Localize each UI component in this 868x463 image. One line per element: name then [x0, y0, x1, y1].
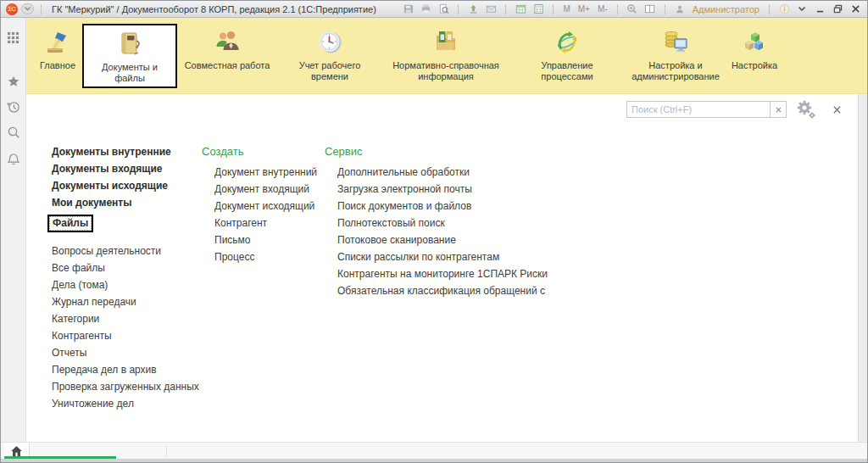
menu-close-button[interactable] — [832, 105, 842, 114]
service-zagruzka-pochty[interactable]: Загрузка электронной почты — [337, 184, 548, 195]
title-bar: 1С ГК "Меркурий" / Документооборот 8 КОР… — [1, 1, 867, 18]
nav-dokumenty-iskhodyashchie[interactable]: Документы исходящие — [52, 181, 199, 192]
global-search-button[interactable] — [6, 125, 21, 140]
navigation-column: Документы внутренние Документы входящие … — [52, 147, 199, 416]
focus-frame: Файлы — [47, 215, 93, 232]
secondary-nav-list: Вопросы деятельности Все файлы Дела (том… — [52, 246, 199, 410]
bell-icon — [7, 153, 20, 166]
nav-vse-faily[interactable]: Все файлы — [52, 263, 199, 274]
tab-upravlenie-processami[interactable]: Управление процессами — [509, 18, 625, 93]
create-dokument-iskhodyashchiy[interactable]: Документ исходящий — [214, 201, 317, 212]
mail-icon — [486, 3, 497, 14]
nav-dokumenty-vkhodyashchie[interactable]: Документы входящие — [52, 164, 199, 175]
tab-sovmestnaya-rabota[interactable]: Совместная работа — [177, 18, 277, 93]
calculator-button[interactable] — [531, 3, 545, 15]
divider — [769, 4, 770, 14]
minimize-button[interactable] — [813, 3, 826, 15]
restore-icon — [833, 4, 843, 14]
search-input[interactable] — [626, 101, 771, 118]
more-menu-button[interactable] — [795, 3, 809, 15]
tab-label: Управление процессами — [515, 60, 620, 82]
split-window-button[interactable] — [643, 3, 657, 15]
tab-label: Главное — [40, 60, 75, 71]
tab-nastroyka-i-administrirovanie[interactable]: Настройка и администрирование — [625, 18, 726, 93]
sections-menu-button[interactable] — [6, 30, 21, 45]
divider — [665, 4, 665, 14]
info-button[interactable] — [777, 3, 791, 15]
mail-button[interactable] — [484, 3, 498, 15]
save-button[interactable] — [401, 3, 415, 15]
service-obyazatelnaya-klassifikaciya[interactable]: Обязательная классификация обращений с — [337, 286, 548, 297]
service-poisk-dokumentov[interactable]: Поиск документов и файлов — [337, 201, 548, 212]
tab-dokumenty-i-faily[interactable]: Документы и файлы — [82, 24, 177, 88]
caret-down-icon — [25, 7, 31, 11]
menu-settings-button[interactable] — [796, 99, 816, 120]
people-icon — [213, 25, 242, 57]
tab-label: Совместная работа — [185, 60, 270, 71]
current-user-label[interactable]: Администратор — [693, 4, 760, 14]
app-window: 1С ГК "Меркурий" / Документооборот 8 КОР… — [0, 0, 868, 463]
memory-m-plus-button[interactable]: M+ — [576, 4, 592, 14]
info-icon — [779, 3, 790, 14]
nav-proverka-zagruzhennykh-dannykh[interactable]: Проверка загруженных данных — [52, 382, 199, 393]
search-icon — [7, 126, 20, 139]
tab-label: Учет рабочего времени — [282, 60, 377, 82]
home-icon — [10, 445, 23, 457]
service-polnotekstovyi-poisk[interactable]: Полнотекстовый поиск — [337, 218, 548, 229]
tab-label: Нормативно-справочная информация — [387, 60, 504, 82]
create-dokument-vkhodyashchiy[interactable]: Документ входящий — [214, 184, 317, 195]
window-title: ГК "Меркурий" / Документооборот 8 КОРП, … — [52, 4, 376, 14]
service-header[interactable]: Сервис — [325, 145, 548, 158]
divider — [505, 4, 506, 14]
nav-otchety[interactable]: Отчеты — [52, 348, 199, 359]
section-ribbon: Главное Документы и файлы Совместная раб… — [26, 18, 867, 94]
search-clear-button[interactable] — [771, 101, 787, 118]
memory-m-button[interactable]: M — [561, 4, 571, 14]
nav-zhurnal-peredachi[interactable]: Журнал передачи — [52, 297, 199, 308]
notifications-button[interactable] — [6, 152, 21, 167]
nav-faily-focused[interactable]: Файлы — [52, 215, 199, 232]
tab-normativno-spravochnaya[interactable]: Нормативно-справочная информация — [382, 18, 509, 93]
1c-logo-icon: 1С — [6, 3, 18, 15]
search-row — [626, 99, 842, 120]
close-window-button[interactable] — [849, 3, 862, 15]
section-menu-panel: Документы внутренние Документы входящие … — [26, 94, 859, 442]
favorites-button[interactable] — [6, 74, 21, 89]
tab-glavnoe[interactable]: Главное — [33, 18, 82, 93]
restore-button[interactable] — [831, 3, 844, 15]
calendar-button[interactable] — [514, 3, 527, 15]
print-preview-button[interactable] — [437, 3, 450, 15]
nav-voprosy-deyatelnosti[interactable]: Вопросы деятельности — [52, 246, 199, 257]
service-dopolnitelnye-obrabotki[interactable]: Дополнительные обработки — [337, 167, 548, 178]
nav-moi-dokumenty[interactable]: Мои документы — [52, 198, 199, 209]
nav-peredacha-del-v-arkhiv[interactable]: Передача дел в архив — [52, 365, 199, 376]
history-icon — [7, 100, 20, 114]
send-button[interactable] — [466, 3, 480, 15]
create-pismo[interactable]: Письмо — [214, 235, 317, 246]
title-bar-toolbar: M M+ M- Администратор — [401, 3, 862, 15]
zoom-button[interactable] — [626, 3, 639, 15]
primary-nav-list: Документы внутренние Документы входящие … — [52, 147, 199, 232]
nav-dokumenty-vnutrennie[interactable]: Документы внутренние — [52, 147, 199, 158]
history-button[interactable] — [6, 99, 21, 114]
service-kontragenty-spark[interactable]: Контрагенты на мониторинге 1СПАРК Риски — [337, 269, 548, 280]
nav-kategorii[interactable]: Категории — [52, 314, 199, 325]
create-dokument-vnutrenniy[interactable]: Документ внутренний — [214, 167, 317, 178]
system-menu-button[interactable] — [21, 3, 34, 14]
service-spiski-rassylki[interactable]: Списки рассылки по контрагентам — [337, 252, 548, 263]
tab-uchet-rabochego-vremeni[interactable]: Учет рабочего времени — [277, 18, 382, 93]
create-kontragent[interactable]: Контрагент — [214, 218, 317, 229]
tab-nastroyka[interactable]: Настройка — [726, 18, 782, 93]
nav-kontragenty[interactable]: Контрагенты — [52, 331, 199, 342]
create-process[interactable]: Процесс — [214, 252, 317, 263]
print-button[interactable] — [419, 3, 432, 15]
service-potokovoe-skanirovanie[interactable]: Потоковое сканирование — [337, 235, 548, 246]
user-icon — [673, 3, 687, 15]
memory-m-minus-button[interactable]: M- — [596, 4, 609, 14]
admin-icon — [661, 25, 690, 57]
nav-unichtozhenie-del[interactable]: Уничтожение дел — [52, 399, 199, 410]
create-header[interactable]: Создать — [202, 145, 317, 158]
minimize-icon — [815, 4, 825, 14]
nav-dela-toma[interactable]: Дела (тома) — [52, 280, 199, 291]
title-bar-left: 1С ГК "Меркурий" / Документооборот 8 КОР… — [6, 3, 376, 15]
